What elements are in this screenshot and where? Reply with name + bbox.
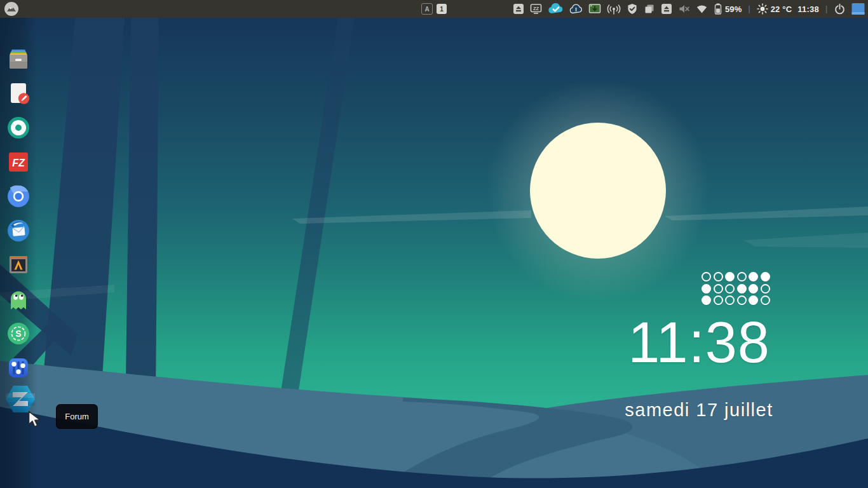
s-app-label: S xyxy=(15,329,21,339)
s-app-icon: S xyxy=(6,321,31,346)
zz-screen-icon[interactable]: ZZ xyxy=(530,3,542,15)
zz-label: ZZ xyxy=(533,6,539,11)
binary-dot xyxy=(761,284,770,294)
battery-percent: 59% xyxy=(725,4,742,14)
app-menu-button[interactable] xyxy=(4,2,18,16)
file-manager-icon xyxy=(6,46,31,72)
mountain-menu-icon xyxy=(4,2,18,16)
cloud-alert-icon[interactable]: ! xyxy=(569,3,583,15)
moon xyxy=(530,123,666,259)
binary-clock xyxy=(702,272,770,305)
dock-item-file-manager[interactable] xyxy=(6,46,31,72)
binary-dot xyxy=(761,295,770,305)
binary-dot xyxy=(725,272,735,281)
svg-text:!: ! xyxy=(575,6,577,13)
audio-muted-icon[interactable] xyxy=(678,3,690,15)
weather-indicator[interactable]: 22 °C xyxy=(757,3,792,15)
binary-dot xyxy=(702,295,711,305)
show-desktop-button[interactable] xyxy=(851,3,865,15)
dock-item-filezilla[interactable]: FZ xyxy=(6,149,31,175)
binary-dot xyxy=(737,284,747,294)
filezilla-label: FZ xyxy=(12,158,25,168)
screen-capture-icon[interactable] xyxy=(588,3,601,15)
top-panel: A 1 ZZ xyxy=(0,0,868,18)
workspace-active[interactable]: 1 xyxy=(437,4,447,14)
thunderbird-icon xyxy=(6,218,31,243)
binary-dot xyxy=(749,272,758,281)
dock-item-s-app[interactable]: S xyxy=(6,321,31,346)
copy-folders-icon[interactable] xyxy=(644,3,655,15)
weather-temp: 22 °C xyxy=(771,4,792,14)
separator: | xyxy=(748,4,751,13)
binary-dot xyxy=(702,272,711,281)
sun-icon xyxy=(757,3,768,15)
binary-dot xyxy=(725,295,735,305)
wifi-icon[interactable] xyxy=(696,3,708,15)
dock-item-shutter-screenshot[interactable] xyxy=(6,115,31,140)
chromium-icon xyxy=(6,184,31,209)
binary-dot xyxy=(749,295,758,305)
clock-date: samedi 17 juillet xyxy=(594,400,804,421)
desktop-screen: A 1 ZZ xyxy=(0,0,868,488)
dock-item-terminal[interactable] xyxy=(6,252,31,278)
binary-dot xyxy=(702,284,711,294)
binary-dot xyxy=(737,272,747,281)
cloud-sync-icon[interactable] xyxy=(548,2,564,16)
dock-item-tweaks[interactable] xyxy=(6,355,31,381)
panel-clock[interactable]: 11:38 xyxy=(797,4,819,14)
power-button[interactable] xyxy=(834,3,846,15)
binary-dot xyxy=(714,295,723,305)
binary-dot xyxy=(737,295,747,305)
eject-icon[interactable] xyxy=(513,3,524,15)
clock-time: 11:38 xyxy=(607,314,791,371)
text-editor-icon xyxy=(6,81,31,106)
dock-tooltip: Forum xyxy=(56,404,98,429)
dock-item-thunderbird[interactable] xyxy=(6,218,31,243)
binary-dot xyxy=(714,272,723,281)
tweaks-sliders-icon xyxy=(6,355,31,381)
binary-dot xyxy=(749,284,758,294)
terminal-arch-icon xyxy=(6,252,31,278)
battery-icon xyxy=(714,3,722,15)
filezilla-icon: FZ xyxy=(6,149,31,175)
keyboard-layout-indicator[interactable]: A xyxy=(421,3,433,15)
mouse-cursor xyxy=(28,410,43,428)
battery-indicator[interactable]: 59% xyxy=(714,3,742,15)
workspace-switcher: A 1 xyxy=(421,0,447,18)
binary-dot xyxy=(761,272,770,281)
security-shield-icon[interactable] xyxy=(627,3,638,15)
binary-dot xyxy=(714,284,723,294)
network-broadcast-icon[interactable] xyxy=(607,3,621,15)
shutter-icon xyxy=(6,115,31,140)
eject-alt-icon[interactable] xyxy=(661,3,672,15)
dock-item-chromium[interactable] xyxy=(6,184,31,209)
separator: | xyxy=(825,4,828,13)
ghost-icon xyxy=(6,287,31,312)
dock-item-ghost-game[interactable] xyxy=(6,287,31,312)
binary-dot xyxy=(725,284,735,294)
dock-item-text-editor[interactable] xyxy=(6,81,31,106)
system-tray: ZZ ! xyxy=(513,0,865,18)
